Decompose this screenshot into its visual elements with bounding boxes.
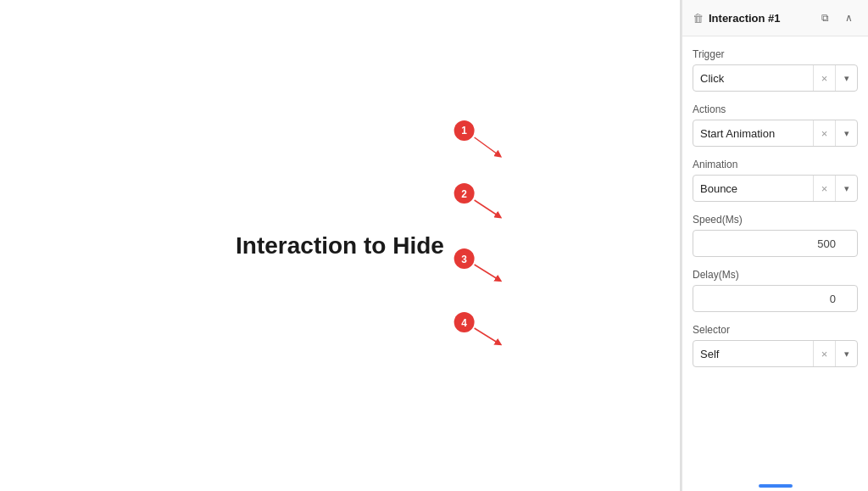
animation-arrow-button[interactable]: ▾ bbox=[835, 176, 857, 201]
selector-field-group: Selector Self × ▾ bbox=[693, 324, 858, 367]
scroll-indicator bbox=[759, 484, 793, 488]
speed-input[interactable] bbox=[693, 230, 858, 257]
trigger-select[interactable]: Click × ▾ bbox=[693, 64, 858, 92]
copy-panel-button[interactable]: ⧉ bbox=[815, 8, 834, 27]
panel-header-left: 🗑 Interaction #1 bbox=[693, 12, 781, 25]
annotation-circle-1 bbox=[454, 120, 475, 141]
delete-icon[interactable]: 🗑 bbox=[693, 12, 704, 25]
canvas-area: Interaction to Hide 1 2 3 4 bbox=[0, 0, 680, 491]
svg-text:1: 1 bbox=[461, 125, 467, 137]
actions-clear-button[interactable]: × bbox=[813, 120, 835, 146]
svg-line-5 bbox=[475, 265, 499, 280]
animation-select[interactable]: Bounce × ▾ bbox=[693, 175, 858, 202]
trigger-value: Click bbox=[693, 72, 813, 85]
svg-text:4: 4 bbox=[461, 317, 467, 329]
annotation-circle-3 bbox=[454, 248, 475, 269]
selector-label: Selector bbox=[693, 324, 858, 336]
delay-input[interactable] bbox=[693, 285, 858, 312]
interaction-panel: 🗑 Interaction #1 ⧉ ∧ Trigger Click × ▾ A… bbox=[682, 0, 868, 491]
svg-text:2: 2 bbox=[461, 188, 467, 200]
actions-field-group: Actions Start Animation × ▾ bbox=[693, 103, 858, 147]
svg-text:3: 3 bbox=[461, 254, 467, 265]
actions-arrow-button[interactable]: ▾ bbox=[835, 120, 857, 146]
selector-select[interactable]: Self × ▾ bbox=[693, 340, 858, 367]
svg-line-3 bbox=[475, 200, 499, 216]
actions-select[interactable]: Start Animation × ▾ bbox=[693, 120, 858, 147]
panel-header-icons: ⧉ ∧ bbox=[815, 8, 858, 27]
panel-body: Trigger Click × ▾ Actions Start Animatio… bbox=[682, 36, 868, 379]
delay-label: Delay(Ms) bbox=[693, 269, 858, 281]
trigger-clear-button[interactable]: × bbox=[813, 65, 835, 91]
animation-clear-button[interactable]: × bbox=[813, 176, 835, 201]
animation-label: Animation bbox=[693, 159, 858, 170]
trigger-field-group: Trigger Click × ▾ bbox=[693, 48, 858, 92]
speed-field-group: Speed(Ms) bbox=[693, 214, 858, 257]
animation-field-group: Animation Bounce × ▾ bbox=[693, 159, 858, 202]
selector-arrow-button[interactable]: ▾ bbox=[835, 341, 857, 366]
svg-line-1 bbox=[475, 137, 499, 155]
panel-header: 🗑 Interaction #1 ⧉ ∧ bbox=[682, 0, 868, 36]
animation-value: Bounce bbox=[693, 182, 813, 195]
actions-label: Actions bbox=[693, 103, 858, 115]
annotation-circle-4 bbox=[454, 312, 475, 332]
trigger-arrow-button[interactable]: ▾ bbox=[835, 65, 857, 91]
actions-value: Start Animation bbox=[693, 127, 813, 140]
collapse-panel-button[interactable]: ∧ bbox=[839, 8, 858, 27]
selector-value: Self bbox=[693, 348, 813, 360]
delay-field-group: Delay(Ms) bbox=[693, 269, 858, 312]
trigger-label: Trigger bbox=[693, 48, 858, 60]
selector-clear-button[interactable]: × bbox=[813, 341, 835, 366]
panel-header-title: Interaction #1 bbox=[709, 12, 781, 25]
canvas-title: Interaction to Hide bbox=[236, 232, 444, 259]
svg-line-7 bbox=[475, 328, 499, 343]
annotation-circle-2 bbox=[454, 183, 475, 204]
speed-label: Speed(Ms) bbox=[693, 214, 858, 226]
